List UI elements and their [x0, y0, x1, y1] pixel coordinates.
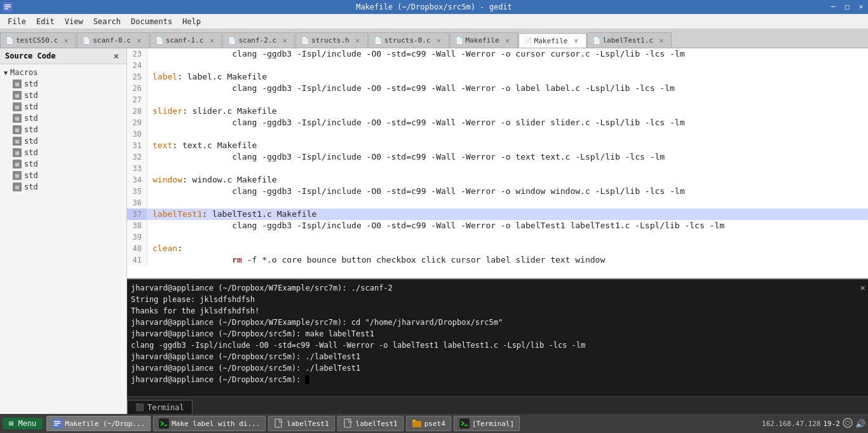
sidebar-item-std-6[interactable]: ▤std — [0, 147, 126, 158]
tab-structs-h-4[interactable]: 📄structs.h× — [295, 32, 368, 48]
file-icon — [343, 418, 353, 429]
line-number: 37 — [127, 209, 147, 220]
terminal[interactable]: ✕ jharvard@appliance (~/Dropbox/W7Exampl… — [127, 278, 868, 396]
tree-section-macros[interactable]: ▼ Macros — [0, 67, 126, 78]
taskbar-app-label: Makefile (~/Drop... — [65, 420, 145, 428]
sidebar-item-std-7[interactable]: ▤std — [0, 158, 126, 170]
line-number: 41 — [127, 254, 147, 266]
terminal-line-4: jharvard@appliance (~/Dropbox/src5m): ma… — [131, 328, 864, 340]
line-number: 32 — [127, 151, 147, 163]
menu-help[interactable]: Help — [177, 16, 206, 27]
network-icon[interactable]: 162.168.47.128 — [762, 420, 821, 428]
tab-file-icon: 📄 — [456, 37, 463, 44]
taskbar-app-4[interactable]: pset4 — [406, 416, 451, 431]
sidebar-close-button[interactable]: × — [111, 51, 121, 61]
tab-scanf-1-c-2[interactable]: 📄scanf-1.c× — [150, 32, 222, 48]
line-number: 29 — [127, 117, 147, 128]
tab-Makefile-6[interactable]: 📄Makefile× — [450, 32, 518, 48]
taskbar: ⊞ Menu Makefile (~/Drop...Make label wit… — [0, 414, 868, 433]
taskbar-time: 19-2 — [824, 420, 841, 428]
line-content[interactable] — [147, 60, 153, 71]
tray-icon-network[interactable] — [843, 418, 853, 430]
taskbar-app-0[interactable]: Makefile (~/Drop... — [46, 416, 151, 431]
line-content[interactable] — [147, 163, 153, 174]
line-content[interactable]: clang -ggdb3 -Ispl/include -O0 -std=c99 … — [147, 117, 684, 128]
line-content[interactable] — [147, 197, 153, 209]
tab-file-icon: 📄 — [593, 37, 600, 44]
line-content[interactable]: rm -f *.o core bounce button checkbox cl… — [147, 254, 605, 266]
line-content[interactable]: clean: — [147, 243, 182, 254]
terminal-icon: ⬛ — [135, 403, 144, 411]
sidebar: Source Code × ▼ Macros ▤std▤std▤std▤std▤… — [0, 48, 127, 414]
tab-scanf-0-c-1[interactable]: 📄scanf-0.c× — [77, 32, 149, 48]
tab-labelTest1-c-8[interactable]: 📄labelTest1.c× — [587, 32, 672, 48]
line-number: 26 — [127, 83, 147, 94]
sidebar-item-std-2[interactable]: ▤std — [0, 101, 126, 113]
code-line-25: 25label: label.c Makefile — [127, 71, 868, 83]
taskbar-app-2[interactable]: labelTest1 — [268, 416, 334, 431]
sidebar-item-std-8[interactable]: ▤std — [0, 170, 126, 181]
tree-file-icon: ▤ — [13, 137, 22, 146]
tab-close-button[interactable]: × — [503, 36, 512, 45]
menu-file[interactable]: File — [3, 16, 31, 27]
sidebar-item-std-3[interactable]: ▤std — [0, 113, 126, 124]
tab-close-button[interactable]: × — [435, 36, 444, 45]
label-keyword: label — [153, 72, 177, 81]
sidebar-item-std-4[interactable]: ▤std — [0, 124, 126, 135]
editor[interactable]: 23 clang -ggdb3 -Ispl/include -O0 -std=c… — [127, 48, 868, 278]
terminal-icon — [159, 418, 169, 429]
menu-documents[interactable]: Documents — [126, 16, 177, 27]
file-icon — [274, 418, 284, 429]
maximize-button[interactable]: □ — [840, 0, 854, 14]
menu-view[interactable]: View — [60, 16, 88, 27]
tab-structs-0-c-5[interactable]: 📄structs-0.c× — [369, 32, 449, 48]
tab-file-icon: 📄 — [156, 37, 163, 44]
line-content[interactable] — [147, 231, 153, 243]
tab-close-button[interactable]: × — [280, 36, 289, 45]
minimize-button[interactable]: ─ — [826, 0, 840, 14]
tab-close-button[interactable]: × — [62, 36, 71, 45]
line-content[interactable]: labelTest1: labelTest1.c Makefile — [147, 209, 316, 220]
sidebar-item-label: std — [24, 182, 38, 191]
tab-close-button[interactable]: × — [657, 36, 666, 45]
tree-file-icon: ▤ — [13, 91, 22, 100]
tray-icon-volume[interactable]: 🔊 — [855, 419, 865, 429]
start-button[interactable]: ⊞ Menu — [3, 418, 43, 429]
line-content[interactable]: window: window.c Makefile — [147, 174, 277, 186]
sidebar-item-std-5[interactable]: ▤std — [0, 135, 126, 147]
line-content[interactable]: slider: slider.c Makefile — [147, 106, 277, 117]
tab-close-button[interactable]: × — [572, 36, 581, 45]
menu-edit[interactable]: Edit — [31, 16, 60, 27]
taskbar-app-5[interactable]: [Terminal] — [454, 416, 520, 431]
line-content[interactable] — [147, 94, 153, 106]
tab-close-button[interactable]: × — [135, 36, 144, 45]
terminal-close-button[interactable]: ✕ — [860, 282, 865, 292]
line-content[interactable]: clang -ggdb3 -Ispl/include -O0 -std=c99 … — [147, 83, 675, 94]
tab-scanf-2-c-3[interactable]: 📄scanf-2.c× — [222, 32, 295, 48]
taskbar-app-1[interactable]: Make label with di... — [153, 416, 266, 431]
svg-rect-3 — [4, 8, 8, 10]
line-content[interactable]: clang -ggdb3 -Ispl/include -O0 -std=c99 … — [147, 48, 684, 60]
line-content[interactable]: clang -ggdb3 -Ispl/include -O0 -std=c99 … — [147, 186, 684, 197]
terminal-line-5: clang -ggdb3 -Ispl/include -O0 -std=c99 … — [131, 340, 864, 351]
line-content[interactable]: clang -ggdb3 -Ispl/include -O0 -std=c99 … — [147, 151, 665, 163]
close-button[interactable]: ✕ — [854, 0, 868, 14]
taskbar-app-3[interactable]: labelTest1 — [337, 416, 403, 431]
terminal-tab[interactable]: ⬛ Terminal — [127, 400, 193, 414]
tab-label: structs.h — [311, 36, 349, 45]
line-content[interactable]: clang -ggdb3 -Ispl/include -O0 -std=c99 … — [147, 220, 724, 231]
tab-close-button[interactable]: × — [353, 36, 362, 45]
sidebar-item-std-0[interactable]: ▤std — [0, 78, 126, 90]
line-content[interactable] — [147, 128, 153, 140]
tab-Makefile-7[interactable]: 📄Makefile× — [519, 33, 587, 48]
sidebar-item-std-1[interactable]: ▤std — [0, 90, 126, 101]
sidebar-item-std-9[interactable]: ▤std — [0, 181, 126, 193]
line-content[interactable]: label: label.c Makefile — [147, 71, 267, 83]
tab-label: labelTest1.c — [603, 36, 653, 45]
line-content[interactable]: text: text.c Makefile — [147, 140, 257, 151]
tab-testCS50-c-0[interactable]: 📄testCS50.c× — [0, 32, 76, 48]
menu-search[interactable]: Search — [88, 16, 126, 27]
tab-close-button[interactable]: × — [207, 36, 216, 45]
svg-rect-2 — [4, 6, 11, 8]
label-rest: : label.c Makefile — [177, 72, 267, 81]
